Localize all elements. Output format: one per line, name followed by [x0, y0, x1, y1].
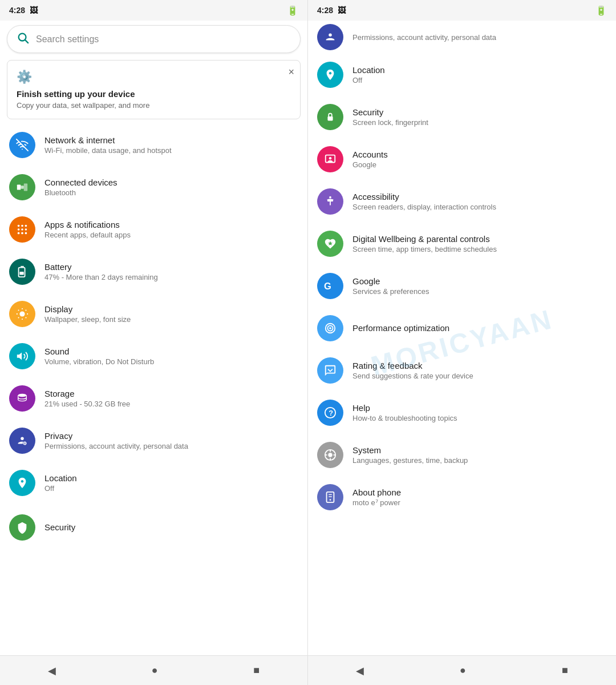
settings-item-apps[interactable]: Apps & notifications Recent apps, defaul… — [0, 208, 307, 251]
settings-item-connected[interactable]: Connected devices Bluetooth — [0, 166, 307, 208]
accounts-text: Accounts Google — [352, 150, 607, 169]
wellbeing-title: Digital Wellbeing & parental controls — [352, 234, 607, 244]
search-placeholder: Search settings — [36, 34, 99, 45]
svg-rect-2 — [17, 184, 21, 190]
google-subtitle: Services & preferences — [352, 287, 607, 296]
battery-title: Battery — [44, 262, 298, 272]
settings-item-security-partial[interactable]: Security — [0, 504, 307, 545]
apps-title: Apps & notifications — [44, 220, 298, 229]
settings-list-left: Network & internet Wi-Fi, mobile, data u… — [0, 124, 307, 655]
settings-item-accessibility[interactable]: Accessibility Screen readers, display, i… — [308, 180, 616, 223]
about-text: About phone moto e⁷ power — [352, 487, 607, 507]
help-title: Help — [352, 403, 607, 413]
settings-item-security-right[interactable]: Security Screen lock, fingerprint — [308, 96, 616, 138]
about-subtitle: moto e⁷ power — [352, 498, 607, 507]
rating-text: Rating & feedback Send suggestions & rat… — [352, 361, 607, 380]
settings-item-accounts[interactable]: Accounts Google — [308, 138, 616, 180]
svg-point-23 — [329, 34, 332, 37]
location-title: Location — [44, 473, 298, 483]
time-right: 4:28 — [317, 6, 333, 15]
recent-button-left[interactable]: ■ — [240, 660, 273, 681]
system-subtitle: Languages, gestures, time, backup — [352, 456, 607, 465]
settings-item-system[interactable]: System Languages, gestures, time, backup — [308, 434, 616, 476]
settings-item-display[interactable]: Display Wallpaper, sleep, font size — [0, 293, 307, 335]
settings-item-performance[interactable]: Performance optimization — [308, 307, 616, 349]
svg-rect-3 — [21, 186, 24, 189]
home-button-right[interactable]: ● — [446, 660, 480, 681]
search-bar[interactable]: Search settings — [7, 25, 301, 53]
recent-button-right[interactable]: ■ — [548, 660, 582, 681]
settings-item-privacy-top[interactable]: Permissions, account activity, personal … — [308, 21, 616, 54]
svg-rect-16 — [19, 272, 23, 275]
about-title: About phone — [352, 487, 607, 497]
settings-item-network[interactable]: Network & internet Wi-Fi, mobile, data u… — [0, 124, 307, 166]
settings-item-help[interactable]: ? Help How-to & troubleshooting topics — [308, 392, 616, 434]
rating-subtitle: Send suggestions & rate your device — [352, 372, 607, 380]
location-subtitle: Off — [44, 484, 298, 493]
settings-item-location-right[interactable]: Location Off — [308, 54, 616, 96]
privacy-top-text: Permissions, account activity, personal … — [352, 33, 607, 42]
settings-item-rating[interactable]: Rating & feedback Send suggestions & rat… — [308, 349, 616, 392]
settings-item-about[interactable]: About phone moto e⁷ power — [308, 476, 616, 518]
privacy-title: Privacy — [44, 431, 298, 441]
settings-item-location[interactable]: Location Off — [0, 462, 307, 504]
svg-point-5 — [18, 225, 20, 227]
security-icon-right — [317, 104, 343, 130]
setup-card-subtitle: Copy your data, set wallpaper, and more — [17, 101, 291, 110]
security-right-text: Security Screen lock, fingerprint — [352, 107, 607, 127]
location-text: Location Off — [44, 473, 298, 493]
connected-title: Connected devices — [44, 178, 298, 187]
system-title: System — [352, 445, 607, 455]
security-right-subtitle: Screen lock, fingerprint — [352, 118, 607, 127]
back-button-right[interactable]: ◀ — [342, 660, 378, 682]
svg-text:G: G — [324, 281, 331, 291]
privacy-top-subtitle: Permissions, account activity, personal … — [352, 33, 607, 42]
close-button[interactable]: × — [288, 66, 294, 78]
help-icon: ? — [317, 400, 343, 426]
performance-text: Performance optimization — [352, 323, 607, 334]
svg-point-7 — [25, 225, 27, 227]
svg-point-19 — [21, 437, 24, 441]
storage-text: Storage 21% used - 50.32 GB free — [44, 389, 298, 408]
privacy-icon — [9, 428, 35, 454]
privacy-subtitle: Permissions, account activity, personal … — [44, 442, 298, 450]
back-button-left[interactable]: ◀ — [34, 660, 70, 682]
settings-item-battery[interactable]: Battery 47% - More than 2 days remaining — [0, 251, 307, 293]
battery-icon — [9, 259, 35, 285]
privacy-text: Privacy Permissions, account activity, p… — [44, 431, 298, 450]
left-screen: 4:28 🖼 🔋 Search settings × ⚙️ Finish set… — [0, 0, 308, 685]
time-left: 4:28 — [9, 6, 25, 15]
photo-icon-left: 🖼 — [30, 6, 38, 15]
network-icon — [9, 132, 35, 158]
help-subtitle: How-to & troubleshooting topics — [352, 414, 607, 422]
home-button-left[interactable]: ● — [138, 660, 172, 681]
svg-rect-38 — [327, 492, 334, 502]
accessibility-text: Accessibility Screen readers, display, i… — [352, 192, 607, 211]
storage-subtitle: 21% used - 50.32 GB free — [44, 400, 298, 408]
network-title: Network & internet — [44, 135, 298, 145]
settings-item-wellbeing[interactable]: Digital Wellbeing & parental controls Sc… — [308, 223, 616, 265]
system-text: System Languages, gestures, time, backup — [352, 445, 607, 465]
settings-item-sound[interactable]: Sound Volume, vibration, Do Not Disturb — [0, 335, 307, 377]
accounts-icon — [317, 146, 343, 172]
rating-icon — [317, 357, 343, 384]
battery-icon-left: 🔋 — [287, 5, 298, 16]
svg-point-12 — [21, 232, 23, 235]
right-screen: MORICYAAN 4:28 🖼 🔋 Permissions, account … — [308, 0, 616, 685]
settings-item-privacy[interactable]: Privacy Permissions, account activity, p… — [0, 420, 307, 462]
svg-point-11 — [18, 232, 20, 235]
location-right-subtitle: Off — [352, 76, 607, 84]
svg-line-1 — [25, 40, 28, 43]
settings-item-storage[interactable]: Storage 21% used - 50.32 GB free — [0, 377, 307, 420]
sound-title: Sound — [44, 346, 298, 356]
setup-card[interactable]: × ⚙️ Finish setting up your device Copy … — [7, 60, 301, 119]
battery-text: Battery 47% - More than 2 days remaining — [44, 262, 298, 281]
security-partial-title: Security — [44, 522, 298, 532]
connected-text: Connected devices Bluetooth — [44, 178, 298, 197]
settings-item-google[interactable]: G Google Services & preferences — [308, 265, 616, 307]
sound-text: Sound Volume, vibration, Do Not Disturb — [44, 346, 298, 366]
storage-icon — [9, 385, 35, 412]
accessibility-icon — [317, 188, 343, 215]
svg-point-6 — [21, 225, 23, 227]
wellbeing-text: Digital Wellbeing & parental controls Sc… — [352, 234, 607, 253]
